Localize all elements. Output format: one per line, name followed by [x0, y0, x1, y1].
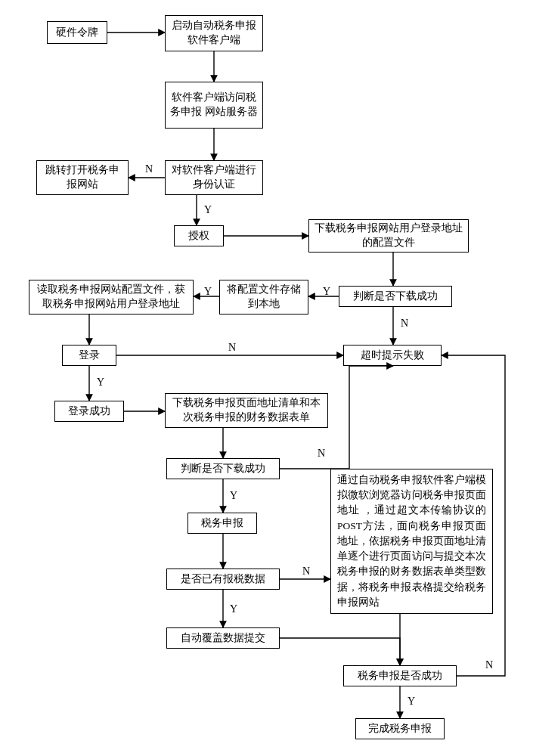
lbl-login-n: N — [227, 342, 237, 354]
lbl-dl1-y: Y — [321, 286, 332, 298]
node-dl-forms: 下载税务申报页面地址清单和本次税务申报的财务数据表单 — [165, 393, 328, 428]
node-judge-dl1: 判断是否下载成功 — [339, 286, 452, 307]
node-timeout-fail: 超时提示失败 — [343, 345, 442, 366]
node-read-config: 读取税务申报网站配置文件，获取税务申报网站用户登录地址 — [29, 280, 194, 314]
node-judge-dl2: 判断是否下载成功 — [166, 458, 280, 479]
lbl-dl2-n: N — [316, 448, 327, 460]
node-open-site: 跳转打开税务申报网站 — [36, 160, 129, 195]
node-tax-declare: 税务申报 — [187, 513, 257, 534]
lbl-login-y: Y — [95, 376, 106, 389]
lbl-has-n: N — [301, 565, 311, 578]
lbl-has-y: Y — [228, 603, 239, 615]
node-dl-config: 下载税务申报网站用户登录地址的配置文件 — [308, 219, 469, 253]
node-start-client: 启动自动税务申报软件客户端 — [165, 15, 263, 51]
node-login-ok: 登录成功 — [54, 401, 124, 422]
node-save-local: 将配置文件存储到本地 — [219, 280, 308, 314]
node-has-data: 是否已有报税数据 — [166, 569, 280, 590]
lbl-auth-y: Y — [203, 204, 213, 216]
lbl-dl1-n: N — [399, 318, 410, 330]
node-auth-client: 对软件客户端进行身份认证 — [165, 160, 263, 195]
node-authorize: 授权 — [174, 225, 224, 246]
node-login: 登录 — [62, 345, 116, 366]
node-done: 完成税务申报 — [355, 718, 445, 739]
node-long-desc: 通过自动税务申报软件客户端模拟微软浏览器访问税务申报页面地址 ，通过超文本传输协… — [330, 469, 493, 614]
node-tax-ok: 税务申报是否成功 — [343, 665, 457, 686]
node-access-server: 软件客户端访问税务申报 网站服务器 — [165, 82, 263, 129]
node-hw-token: 硬件令牌 — [47, 21, 107, 44]
lbl-taxok-n: N — [484, 659, 494, 671]
lbl-taxok-y: Y — [406, 696, 417, 708]
lbl-auth-n: N — [144, 163, 154, 175]
lbl-cfg-y: Y — [203, 286, 213, 298]
lbl-dl2-y: Y — [228, 490, 239, 502]
node-auto-submit: 自动覆盖数据提交 — [166, 627, 280, 649]
